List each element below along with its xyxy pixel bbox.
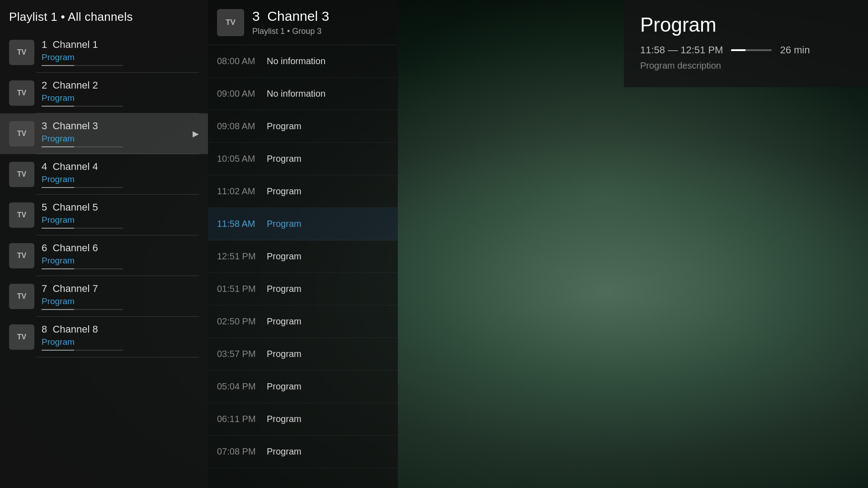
channel-name-2: 2 Channel 2 (42, 80, 199, 91)
channel-item-5[interactable]: TV 5 Channel 5 Program (0, 195, 208, 235)
channel-logo-7: TV (9, 284, 34, 309)
channel-list: TV 1 Channel 1 Program TV 2 Channel 2 Pr… (0, 32, 208, 488)
program-duration: 26 min (780, 44, 810, 56)
epg-title-10: Program (267, 381, 302, 392)
epg-title-1: No information (267, 89, 326, 99)
epg-time-0: 08:00 AM (217, 56, 267, 66)
program-description: Program description (640, 61, 852, 71)
channel-item-7[interactable]: TV 7 Channel 7 Program (0, 276, 208, 317)
epg-item-6[interactable]: 12:51 PM Program (208, 240, 398, 273)
epg-item-8[interactable]: 02:50 PM Program (208, 305, 398, 338)
epg-channel-logo: TV (217, 9, 244, 36)
epg-time-6: 12:51 PM (217, 251, 267, 262)
epg-time-2: 09:08 AM (217, 121, 267, 131)
epg-title-9: Program (267, 349, 302, 359)
channel-progress-5 (42, 228, 123, 229)
channel-info-6: 6 Channel 6 Program (42, 242, 199, 269)
channel-progress-bar-4 (42, 187, 74, 188)
channel-item-1[interactable]: TV 1 Channel 1 Program (0, 32, 208, 73)
channel-item-6[interactable]: TV 6 Channel 6 Program (0, 235, 208, 276)
program-title: Program (640, 14, 852, 36)
epg-item-12[interactable]: 07:08 PM Program (208, 436, 398, 468)
epg-item-0[interactable]: 08:00 AM No information (208, 45, 398, 78)
epg-time-7: 01:51 PM (217, 284, 267, 294)
channel-program-7: Program (42, 296, 199, 306)
channel-program-2: Program (42, 93, 199, 103)
program-progress-bar (731, 49, 772, 51)
channel-progress-bar-2 (42, 106, 74, 107)
epg-channel-info: 3 Channel 3 Playlist 1 • Group 3 (252, 9, 329, 36)
epg-title-2: Program (267, 121, 302, 131)
epg-item-5[interactable]: 11:58 AM Program (208, 208, 398, 240)
epg-item-10[interactable]: 05:04 PM Program (208, 371, 398, 403)
epg-title-3: Program (267, 154, 302, 164)
channel-item-8[interactable]: TV 8 Channel 8 Program (0, 317, 208, 357)
epg-item-7[interactable]: 01:51 PM Program (208, 273, 398, 305)
epg-title-7: Program (267, 284, 302, 294)
epg-title-0: No information (267, 56, 326, 66)
channel-progress-6 (42, 268, 123, 269)
channel-progress-3 (42, 146, 123, 147)
channel-progress-7 (42, 309, 123, 310)
channel-program-3: Program (42, 134, 189, 144)
channel-progress-1 (42, 65, 123, 66)
channel-logo-3: TV (9, 121, 34, 146)
channel-item-4[interactable]: TV 4 Channel 4 Program (0, 154, 208, 195)
channel-progress-bar-6 (42, 268, 74, 269)
program-progress-fill (731, 49, 745, 51)
channel-info-7: 7 Channel 7 Program (42, 283, 199, 310)
channel-progress-4 (42, 187, 123, 188)
sidebar: Playlist 1 • All channels TV 1 Channel 1… (0, 0, 208, 488)
channel-program-4: Program (42, 174, 199, 184)
channel-program-6: Program (42, 256, 199, 266)
channel-name-7: 7 Channel 7 (42, 283, 199, 295)
epg-time-11: 06:11 PM (217, 414, 267, 424)
channel-progress-bar-5 (42, 228, 74, 229)
channel-logo-8: TV (9, 324, 34, 350)
epg-time-3: 10:05 AM (217, 154, 267, 164)
epg-time-9: 03:57 PM (217, 349, 267, 359)
channel-progress-bar-1 (42, 65, 74, 66)
sidebar-header: Playlist 1 • All channels (0, 0, 208, 32)
channel-name-5: 5 Channel 5 (42, 202, 199, 213)
program-time-row: 11:58 — 12:51 PM 26 min (640, 44, 852, 56)
epg-item-11[interactable]: 06:11 PM Program (208, 403, 398, 436)
channel-logo-6: TV (9, 243, 34, 268)
epg-item-4[interactable]: 11:02 AM Program (208, 175, 398, 208)
channel-item-3[interactable]: TV 3 Channel 3 Program ▶ (0, 113, 208, 154)
epg-channel-meta: Playlist 1 • Group 3 (252, 27, 329, 36)
epg-panel: TV 3 Channel 3 Playlist 1 • Group 3 08:0… (208, 0, 398, 488)
epg-time-12: 07:08 PM (217, 446, 267, 457)
channel-info-4: 4 Channel 4 Program (42, 161, 199, 188)
channel-name-1: 1 Channel 1 (42, 39, 199, 51)
program-time-range: 11:58 — 12:51 PM (640, 44, 723, 56)
epg-time-4: 11:02 AM (217, 186, 267, 197)
channel-info-5: 5 Channel 5 Program (42, 202, 199, 229)
channel-item-2[interactable]: TV 2 Channel 2 Program (0, 73, 208, 113)
epg-channel-name: 3 Channel 3 (252, 9, 329, 24)
channel-logo-5: TV (9, 202, 34, 228)
epg-item-1[interactable]: 09:00 AM No information (208, 78, 398, 110)
epg-time-5: 11:58 AM (217, 219, 267, 229)
epg-title-11: Program (267, 414, 302, 424)
channel-info-3: 3 Channel 3 Program (42, 120, 189, 147)
epg-title-6: Program (267, 251, 302, 262)
channel-arrow: ▶ (193, 129, 199, 139)
channel-name-3: 3 Channel 3 (42, 120, 189, 132)
epg-item-2[interactable]: 09:08 AM Program (208, 110, 398, 143)
channel-program-5: Program (42, 215, 199, 225)
channel-info-2: 2 Channel 2 Program (42, 80, 199, 107)
epg-list: 08:00 AM No information 09:00 AM No info… (208, 45, 398, 488)
channel-progress-bar-7 (42, 309, 74, 310)
epg-title-12: Program (267, 446, 302, 457)
epg-title-8: Program (267, 316, 302, 327)
epg-header: TV 3 Channel 3 Playlist 1 • Group 3 (208, 0, 398, 45)
epg-item-3[interactable]: 10:05 AM Program (208, 143, 398, 175)
channel-name-4: 4 Channel 4 (42, 161, 199, 173)
channel-name-6: 6 Channel 6 (42, 242, 199, 254)
epg-time-1: 09:00 AM (217, 89, 267, 99)
channel-progress-bar-3 (42, 146, 74, 147)
channel-progress-2 (42, 106, 123, 107)
epg-item-9[interactable]: 03:57 PM Program (208, 338, 398, 371)
epg-time-10: 05:04 PM (217, 381, 267, 392)
